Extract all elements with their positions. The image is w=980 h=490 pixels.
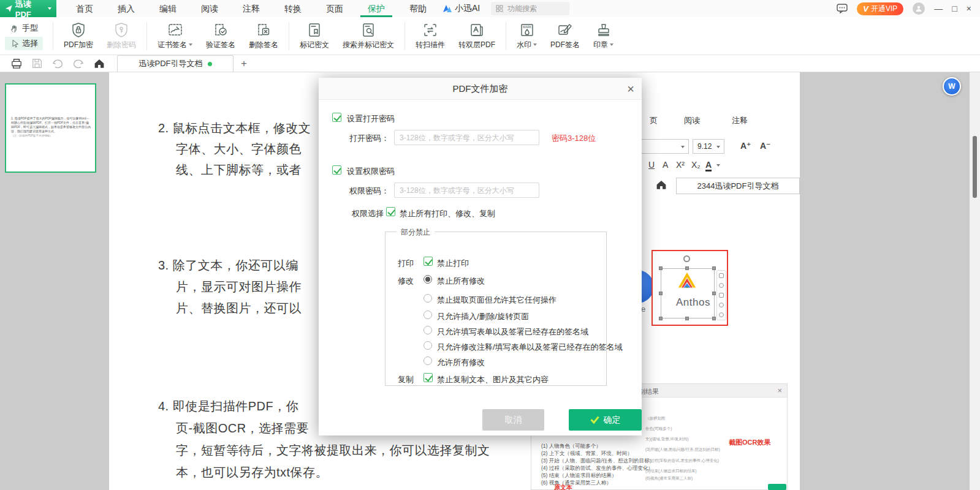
function-search-input[interactable]: 功能搜索 bbox=[491, 2, 569, 15]
user-avatar[interactable] bbox=[913, 2, 925, 15]
document-tab[interactable]: 迅读PDF引导文档 bbox=[117, 55, 234, 72]
modify-option-radio-selected[interactable] bbox=[424, 275, 432, 284]
pdf-encrypt-dialog: PDF文件加密 × 设置打开密码 打开密码： 密码3-128位 设置权限密码 权… bbox=[319, 78, 642, 435]
partial-forbid-legend: 部分禁止 bbox=[397, 227, 435, 238]
remove-signature-button[interactable]: 删除签名 bbox=[242, 19, 285, 53]
menu-bar: 首页 插入 编辑 阅读 注释 转换 页面 保护 帮助 bbox=[64, 0, 439, 17]
to-dual-layer-pdf-label: 转双层PDF bbox=[458, 40, 495, 50]
convert-to-word-floating-button[interactable]: W bbox=[943, 77, 961, 96]
to-dual-layer-pdf-button[interactable]: 转双层PDF bbox=[452, 19, 502, 53]
replace-image-icon[interactable] bbox=[719, 293, 724, 298]
mark-redact-label: 标记密文 bbox=[300, 40, 329, 50]
selection-handle[interactable] bbox=[659, 292, 663, 295]
watermark-icon: MARK bbox=[519, 22, 535, 38]
selection-handle[interactable] bbox=[685, 317, 689, 320]
vertical-scrollbar[interactable] bbox=[973, 136, 977, 198]
modify-option-radio[interactable] bbox=[424, 326, 432, 334]
menu-read[interactable]: 阅读 bbox=[194, 0, 226, 17]
vip-v-icon: V bbox=[863, 4, 868, 13]
forbid-all-label: 禁止所有打印、修改、复制 bbox=[400, 208, 495, 219]
forbid-copy-checkbox[interactable] bbox=[424, 373, 433, 382]
selection-handle[interactable] bbox=[712, 292, 716, 295]
feedback-chat-icon[interactable] bbox=[837, 4, 848, 13]
menu-annotate[interactable]: 注释 bbox=[235, 0, 267, 17]
image-mini-toolbar[interactable] bbox=[716, 270, 726, 320]
embedded-font-smaller: A⁻ bbox=[760, 141, 771, 151]
menu-protect[interactable]: 保护 bbox=[360, 0, 392, 17]
perm-password-checkbox[interactable] bbox=[332, 165, 341, 175]
opacity-icon[interactable] bbox=[719, 303, 724, 307]
close-button[interactable]: × bbox=[967, 4, 971, 13]
dropdown-caret-icon bbox=[681, 146, 685, 148]
modify-option-radio[interactable] bbox=[424, 341, 432, 350]
saved-status-dot bbox=[208, 62, 212, 66]
app-logo[interactable]: 迅读PDF bbox=[0, 0, 56, 17]
home-view-button[interactable] bbox=[94, 58, 105, 69]
modify-option-radio[interactable] bbox=[424, 294, 432, 303]
open-password-checkbox[interactable] bbox=[332, 113, 341, 122]
undo-button[interactable] bbox=[52, 59, 63, 69]
selection-handle[interactable] bbox=[659, 317, 663, 320]
forbid-copy-label: 禁止复制文本、图片及其它内容 bbox=[437, 374, 549, 385]
perm-password-input[interactable] bbox=[394, 183, 539, 198]
dialog-close-icon[interactable]: × bbox=[627, 81, 634, 97]
minimize-button[interactable]: — bbox=[934, 4, 943, 13]
page-thumbnail[interactable]: 1. 迅读PDF提供了强大的PDF编辑能力，你可以像Word一样随心所欲地编辑P… bbox=[5, 83, 96, 173]
to-scan-label: 转扫描件 bbox=[416, 40, 445, 50]
menu-page[interactable]: 页面 bbox=[319, 0, 351, 17]
embedded-underline-btn: U bbox=[648, 160, 655, 170]
print-button[interactable] bbox=[11, 58, 22, 69]
search-and-redact-button[interactable]: 搜索并标记密文 bbox=[336, 19, 401, 53]
forbid-all-checkbox[interactable] bbox=[386, 207, 395, 216]
menu-home[interactable]: 首页 bbox=[69, 0, 101, 17]
hand-tool-label: 手型 bbox=[22, 23, 38, 34]
more-options-icon[interactable] bbox=[719, 312, 724, 317]
maximize-button[interactable]: □ bbox=[952, 4, 957, 13]
vip-upgrade-button[interactable]: V 开通VIP bbox=[857, 2, 903, 15]
rotate-handle[interactable] bbox=[683, 255, 690, 262]
menu-convert[interactable]: 转换 bbox=[277, 0, 309, 17]
selection-handle[interactable] bbox=[659, 266, 663, 270]
ai-assistant-button[interactable]: 小迅AI bbox=[443, 3, 480, 14]
dialog-title: PDF文件加密 bbox=[319, 78, 642, 100]
certificate-sign-button[interactable]: 证书签名 bbox=[151, 19, 199, 53]
document-tab-bar: 迅读PDF引导文档 + bbox=[0, 55, 980, 72]
redo-button[interactable] bbox=[73, 59, 84, 69]
hand-icon bbox=[10, 24, 19, 33]
embedded-doc-tab: 2344迅读PDF引导文档 bbox=[676, 178, 800, 194]
watermark-button[interactable]: MARK 水印 bbox=[510, 19, 544, 53]
modify-option-radio[interactable] bbox=[424, 311, 432, 319]
selection-handle[interactable] bbox=[712, 266, 716, 270]
verify-signature-button[interactable]: 验证签名 bbox=[199, 19, 242, 53]
selection-handle[interactable] bbox=[685, 266, 689, 270]
cancel-button[interactable]: 取消 bbox=[482, 409, 544, 431]
remove-password-button[interactable]: 删除密码 bbox=[100, 19, 143, 53]
save-button[interactable] bbox=[32, 58, 42, 69]
dropdown-caret-icon bbox=[533, 43, 537, 46]
forbid-print-checkbox[interactable] bbox=[424, 257, 433, 266]
pdf-sign-button[interactable]: PDF签名 bbox=[544, 19, 587, 53]
pdf-encrypt-button[interactable]: PDF加密 bbox=[57, 19, 100, 53]
stamp-button[interactable]: 印章 bbox=[587, 19, 620, 53]
open-password-input[interactable] bbox=[394, 130, 539, 145]
logo-caret-icon bbox=[48, 7, 51, 10]
modify-option-radio[interactable] bbox=[424, 356, 432, 365]
mark-redact-button[interactable]: 标记密文 bbox=[293, 19, 336, 53]
open-password-field-label: 打开密码： bbox=[349, 133, 389, 144]
to-scan-button[interactable]: 转扫描件 bbox=[409, 19, 452, 53]
selection-handle[interactable] bbox=[712, 317, 716, 320]
crop-icon[interactable] bbox=[719, 283, 724, 288]
app-window: 迅读PDF 首页 插入 编辑 阅读 注释 转换 页面 保护 帮助 小迅AI 功能… bbox=[0, 0, 980, 490]
hand-tool-button[interactable]: 手型 bbox=[5, 21, 43, 35]
embedded-superscript-btn: X² bbox=[676, 160, 685, 170]
confirm-button[interactable]: 确定 bbox=[569, 409, 642, 431]
new-tab-button[interactable]: + bbox=[241, 58, 247, 70]
ocr-source-line: (1) 人物角色（可能多个） bbox=[541, 443, 601, 450]
select-tool-button[interactable]: 选择 bbox=[5, 37, 43, 50]
edit-pencil-icon[interactable] bbox=[719, 273, 724, 278]
menu-edit[interactable]: 编辑 bbox=[152, 0, 184, 17]
ocr-panel-close-icon[interactable]: × bbox=[777, 386, 782, 395]
open-password-checkbox-label: 设置打开密码 bbox=[347, 113, 395, 124]
menu-help[interactable]: 帮助 bbox=[402, 0, 434, 17]
menu-insert[interactable]: 插入 bbox=[110, 0, 142, 17]
